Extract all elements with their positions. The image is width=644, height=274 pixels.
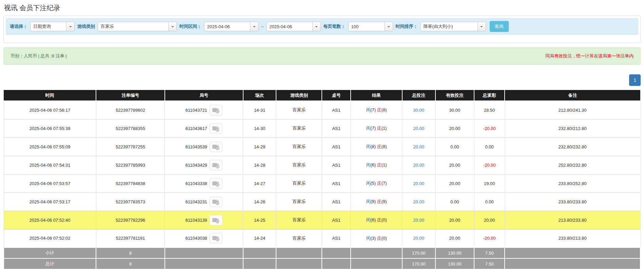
footer-total-bet: 170.00	[402, 258, 435, 269]
footer-session	[243, 248, 276, 258]
chevron-down-icon[interactable]	[477, 22, 486, 31]
date-from-select[interactable]: 2025-04-06	[204, 22, 258, 31]
total-bet-link[interactable]: 20.00	[413, 126, 424, 131]
video-replay-button[interactable]	[210, 197, 222, 207]
cell-payout: 28.50	[474, 101, 505, 119]
cell-game: 百家乐	[276, 156, 322, 174]
column-header-7: 总投注	[402, 90, 435, 101]
chevron-down-icon[interactable]	[312, 22, 320, 31]
result-banker: 庄	[377, 236, 382, 241]
cell-session: 14-25	[243, 211, 276, 229]
video-replay-button[interactable]	[210, 105, 222, 115]
cell-result: 闲(6) 庄(0)	[351, 211, 402, 229]
footer-label: 小计	[4, 248, 96, 258]
time-sort-select[interactable]: 降幂(由大到小)	[421, 22, 486, 31]
total-bet-link[interactable]: 20.00	[413, 144, 424, 149]
footer-count: 8	[96, 248, 165, 258]
column-header-4: 游戏类别	[276, 90, 322, 101]
footer-result	[351, 248, 402, 258]
cell-payout: 20.00	[474, 211, 505, 229]
round-inner: 611043338	[167, 178, 241, 189]
column-header-5: 桌号	[322, 90, 350, 101]
result-player-score: (7)	[370, 107, 377, 112]
chevron-down-icon[interactable]	[66, 22, 74, 31]
result-banker: 庄	[377, 144, 382, 149]
cell-table-no: AS1	[322, 229, 350, 248]
cell-result: 闲(8) 庄(8)	[351, 138, 402, 156]
cell-result: 闲(3) 庄(0)	[351, 229, 402, 248]
cell-session: 14-24	[243, 229, 276, 248]
result-banker-score: (9)	[382, 199, 387, 204]
round-inner: 611043231	[167, 197, 241, 207]
result-player: 闲	[366, 217, 370, 222]
cell-round: 611043038	[165, 229, 243, 248]
total-bet-link[interactable]: 30.00	[413, 108, 424, 113]
page-size-select[interactable]: 100	[348, 22, 393, 31]
page-1-button[interactable]: 1	[629, 74, 641, 86]
cell-session: 14-26	[243, 193, 276, 211]
video-replay-button[interactable]	[210, 233, 222, 243]
date-to-select[interactable]: 2025-04-06	[267, 22, 321, 31]
result-banker: 庄	[377, 126, 382, 131]
cell-session: 14-27	[243, 174, 276, 193]
game-category-select[interactable]: 百家乐	[98, 22, 177, 31]
chevron-down-icon[interactable]	[168, 22, 176, 31]
chevron-down-icon[interactable]	[250, 22, 258, 31]
total-bet-link[interactable]: 20.00	[413, 218, 424, 223]
footer-game	[276, 258, 322, 269]
video-replay-button[interactable]	[210, 178, 222, 189]
cell-game: 百家乐	[276, 174, 322, 193]
filter-bar: 请选择： 日期查询 游戏类别 百家乐 时间区间： 2025-04-06 ~ 20…	[6, 18, 638, 35]
cell-remark: 233.80/213.80	[505, 229, 640, 248]
time-range-label: 时间区间：	[179, 23, 201, 30]
time-sort-label: 时间排序：	[396, 23, 418, 30]
total-bet-link[interactable]: 20.00	[413, 199, 424, 204]
total-bet-link[interactable]: 20.00	[413, 236, 424, 241]
query-type-value: 日期查询	[31, 22, 66, 31]
date-from-value: 2025-04-06	[204, 22, 250, 31]
video-replay-button[interactable]	[210, 142, 222, 152]
cell-game: 百家乐	[276, 119, 322, 138]
table-header-row: 时间注单编号局号场次游戏类别桌号结果总投注有效投注总派彩备注	[4, 90, 640, 101]
cell-total-bet: 20.00	[402, 174, 435, 193]
cell-round: 611043231	[165, 193, 243, 211]
cell-table-no: AS1	[322, 119, 350, 138]
result-player-score: (9)	[370, 199, 377, 204]
result-banker-score: (0)	[382, 217, 387, 222]
round-inner: 611043721	[167, 105, 241, 115]
date-to-value: 2025-04-06	[267, 22, 312, 31]
result-player: 闲	[366, 144, 370, 149]
cell-payout: 0.00	[474, 138, 505, 156]
video-replay-icon	[212, 199, 220, 205]
video-replay-button[interactable]	[210, 123, 222, 134]
table-row: 2025-04-06 07:52:02522397781191611043038…	[4, 229, 640, 248]
query-type-select[interactable]: 日期查询	[30, 22, 75, 31]
cell-valid-bet: 0.00	[435, 193, 474, 211]
cell-total-bet: 20.00	[402, 193, 435, 211]
column-header-1: 注单编号	[96, 90, 165, 101]
cell-session: 14-29	[243, 138, 276, 156]
cell-remark: 233.80/252.80	[505, 174, 640, 193]
cell-payout: 0.00	[474, 193, 505, 211]
chevron-down-icon[interactable]	[385, 22, 393, 31]
time-sort-value: 降幂(由大到小)	[421, 22, 477, 31]
video-replay-icon	[212, 180, 220, 187]
column-header-6: 结果	[351, 90, 402, 101]
cell-session: 14-31	[243, 101, 276, 119]
result-player: 闲	[366, 199, 370, 204]
cell-game: 百家乐	[276, 138, 322, 156]
cell-round: 611043721	[165, 101, 243, 119]
total-bet-link[interactable]: 20.00	[413, 163, 424, 168]
video-replay-icon	[212, 235, 220, 241]
round-inner: 611043139	[167, 215, 241, 225]
total-bet-link[interactable]: 20.00	[413, 181, 424, 186]
footer-total-bet: 170.00	[402, 248, 435, 258]
result-player: 闲	[366, 236, 370, 241]
betting-records-table: 时间注单编号局号场次游戏类别桌号结果总投注有效投注总派彩备注 2025-04-0…	[3, 90, 641, 270]
cell-remark: 232.80/232.80	[505, 138, 640, 156]
video-replay-button[interactable]	[210, 215, 222, 225]
cell-valid-bet: 20.00	[435, 229, 474, 248]
query-button[interactable]: 查询	[490, 21, 509, 32]
video-replay-button[interactable]	[210, 160, 222, 170]
cell-session: 14-28	[243, 156, 276, 174]
